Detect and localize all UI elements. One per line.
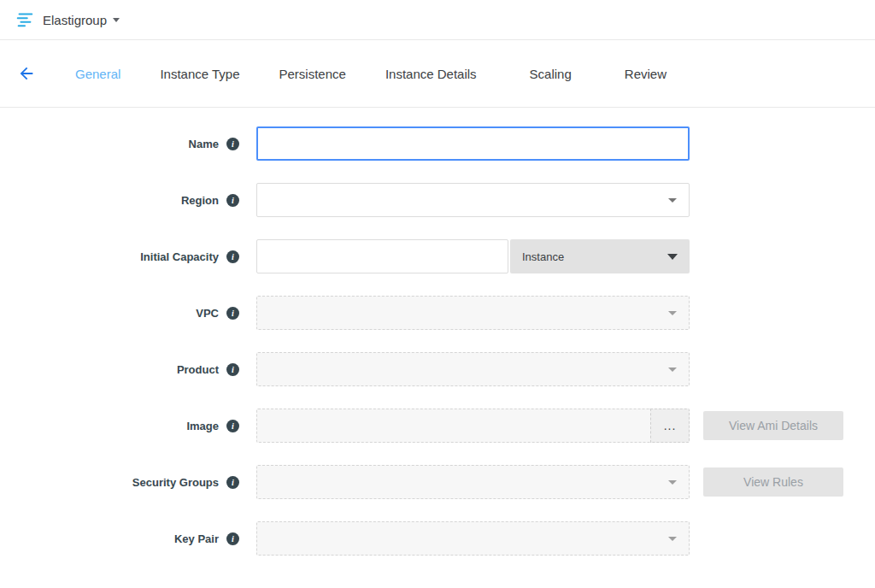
view-ami-details-button[interactable]: View Ami Details [703,411,843,440]
form-row-name: Name i [0,126,875,161]
image-browse-button[interactable]: ... [650,409,690,443]
security-groups-label: Security Groups [132,476,219,489]
form-row-product: Product i [0,352,875,386]
info-icon[interactable]: i [226,250,239,263]
elastigroup-logo-icon [15,10,34,29]
initial-capacity-input[interactable] [256,239,508,273]
initial-capacity-label: Initial Capacity [140,250,219,263]
capacity-unit-value: Instance [522,250,667,263]
image-label: Image [186,420,219,432]
key-pair-select [256,521,690,556]
wizard-tabs: General Instance Type Persistence Instan… [75,67,706,81]
name-label: Name [189,138,219,150]
info-icon[interactable]: i [226,138,239,150]
chevron-down-icon[interactable] [113,18,120,22]
form-row-vpc: VPC i [0,296,875,330]
top-bar: Elastigroup [0,0,875,40]
chevron-down-icon [668,480,677,485]
name-input[interactable] [256,126,690,161]
form-row-key-pair: Key Pair i [0,521,875,556]
app-switcher-label[interactable]: Elastigroup [43,13,107,27]
tab-instance-type[interactable]: Instance Type [160,67,239,81]
chevron-down-icon [668,368,677,372]
form-row-initial-capacity: Initial Capacity i Instance [0,239,875,273]
info-icon[interactable]: i [226,307,239,320]
tab-persistence[interactable]: Persistence [279,67,346,81]
info-icon[interactable]: i [226,532,239,545]
caret-down-icon [667,254,678,260]
region-label: Region [181,194,219,207]
vpc-select [256,296,690,330]
info-icon[interactable]: i [226,420,239,432]
key-pair-label: Key Pair [174,532,219,545]
info-icon[interactable]: i [226,363,239,376]
form-row-image: Image i ... View Ami Details [0,409,875,443]
back-button[interactable] [15,62,38,85]
capacity-unit-select[interactable]: Instance [510,239,690,273]
general-form: Name i Region i Initial Capacity i Insta… [0,108,875,556]
chevron-down-icon [668,198,677,203]
chevron-down-icon [668,311,677,315]
wizard-tab-bar: General Instance Type Persistence Instan… [0,40,875,108]
form-row-security-groups: Security Groups i View Rules [0,465,875,499]
region-select[interactable] [256,183,690,217]
info-icon[interactable]: i [226,476,239,489]
form-row-region: Region i [0,183,875,217]
info-icon[interactable]: i [226,194,239,207]
view-rules-button[interactable]: View Rules [703,467,843,497]
image-input [256,409,650,443]
tab-instance-details[interactable]: Instance Details [385,67,477,81]
security-groups-select [256,465,690,499]
product-select [256,352,690,386]
tab-scaling[interactable]: Scaling [530,67,572,81]
product-label: Product [177,363,219,376]
vpc-label: VPC [196,307,219,320]
tab-review[interactable]: Review [625,67,667,81]
chevron-down-icon [668,537,677,541]
tab-general[interactable]: General [75,67,120,81]
